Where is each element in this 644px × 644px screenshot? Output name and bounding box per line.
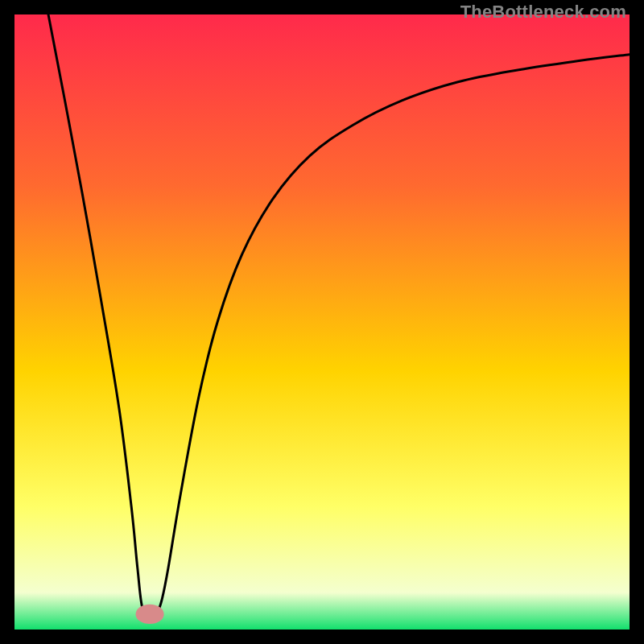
watermark-text: TheBottleneck.com	[460, 2, 626, 23]
gradient-background	[14, 14, 630, 630]
bottleneck-chart	[14, 14, 630, 630]
chart-frame	[14, 14, 630, 630]
optimal-point-marker	[136, 605, 164, 624]
